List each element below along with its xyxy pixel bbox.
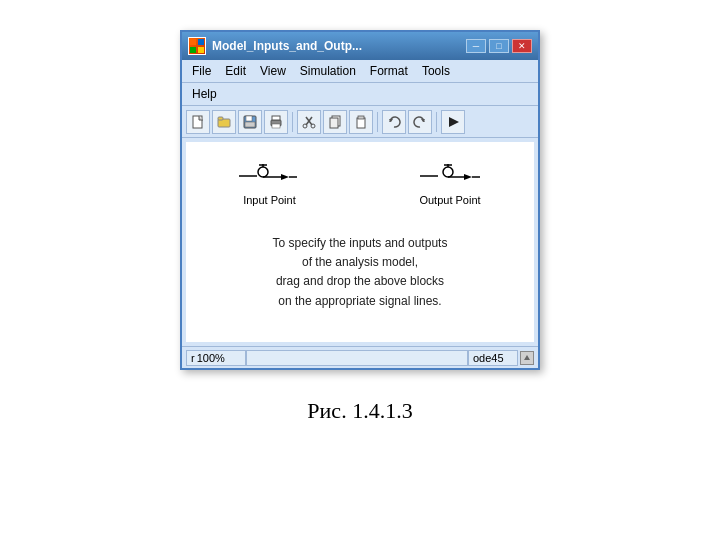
svg-marker-29 <box>281 174 289 180</box>
desc-line4: on the appropriate signal lines. <box>273 292 448 311</box>
status-zoom-prefix: r <box>191 352 195 364</box>
maximize-button[interactable]: □ <box>489 39 509 53</box>
separator-3 <box>436 112 437 132</box>
svg-rect-2 <box>190 47 196 53</box>
status-solver: ode45 <box>468 350 518 366</box>
status-scroll[interactable] <box>520 351 534 365</box>
menu-bar-row1: File Edit View Simulation Format Tools <box>182 60 538 83</box>
menu-edit[interactable]: Edit <box>219 62 252 80</box>
separator-1 <box>292 112 293 132</box>
window-icon <box>188 37 206 55</box>
toolbar-undo-button[interactable] <box>382 110 406 134</box>
menu-view[interactable]: View <box>254 62 292 80</box>
toolbar-run-button[interactable] <box>441 110 465 134</box>
canvas-description: To specify the inputs and outputs of the… <box>273 234 448 311</box>
page-wrapper: Model_Inputs_and_Outp... ─ □ ✕ File Edit… <box>180 0 540 424</box>
svg-rect-8 <box>246 116 252 121</box>
input-point-icon <box>239 162 299 190</box>
toolbar-new-button[interactable] <box>186 110 210 134</box>
toolbar-print-button[interactable] <box>264 110 288 134</box>
main-window: Model_Inputs_and_Outp... ─ □ ✕ File Edit… <box>180 30 540 370</box>
toolbar-cut-button[interactable] <box>297 110 321 134</box>
menu-bar-row2: Help <box>182 83 538 106</box>
toolbar-redo-button[interactable] <box>408 110 432 134</box>
status-zoom-value: 100% <box>197 352 225 364</box>
svg-point-15 <box>303 124 307 128</box>
svg-point-32 <box>443 167 453 177</box>
svg-marker-23 <box>449 117 459 127</box>
separator-2 <box>377 112 378 132</box>
svg-rect-9 <box>245 122 255 127</box>
toolbar-copy-button[interactable] <box>323 110 347 134</box>
window-title: Model_Inputs_and_Outp... <box>212 39 362 53</box>
svg-rect-11 <box>272 116 280 120</box>
output-point-label: Output Point <box>419 194 480 206</box>
status-zoom: r 100% <box>186 350 246 366</box>
blocks-row: Input Point <box>239 162 480 206</box>
output-point-block: Output Point <box>419 162 480 206</box>
close-button[interactable]: ✕ <box>512 39 532 53</box>
minimize-button[interactable]: ─ <box>466 39 486 53</box>
svg-marker-36 <box>464 174 472 180</box>
status-middle <box>246 350 468 366</box>
svg-marker-38 <box>524 355 530 360</box>
title-bar: Model_Inputs_and_Outp... ─ □ ✕ <box>182 32 538 60</box>
output-point-icon <box>420 162 480 190</box>
desc-line3: drag and drop the above blocks <box>273 272 448 291</box>
menu-file[interactable]: File <box>186 62 217 80</box>
figure-caption: Рис. 1.4.1.3 <box>307 398 412 424</box>
status-bar: r 100% ode45 <box>182 346 538 368</box>
svg-rect-19 <box>357 118 365 128</box>
toolbar-open-button[interactable] <box>212 110 236 134</box>
svg-point-16 <box>311 124 315 128</box>
svg-rect-0 <box>190 39 196 45</box>
desc-line2: of the analysis model, <box>273 253 448 272</box>
svg-rect-20 <box>358 116 364 119</box>
canvas-area: Input Point <box>186 142 534 342</box>
menu-format[interactable]: Format <box>364 62 414 80</box>
menu-tools[interactable]: Tools <box>416 62 456 80</box>
toolbar <box>182 106 538 138</box>
svg-rect-3 <box>198 47 204 53</box>
menu-simulation[interactable]: Simulation <box>294 62 362 80</box>
input-point-label: Input Point <box>243 194 296 206</box>
toolbar-paste-button[interactable] <box>349 110 373 134</box>
title-bar-left: Model_Inputs_and_Outp... <box>188 37 362 55</box>
svg-rect-6 <box>218 117 223 120</box>
menu-help[interactable]: Help <box>186 85 223 103</box>
svg-rect-1 <box>198 39 204 45</box>
svg-point-25 <box>258 167 268 177</box>
svg-rect-18 <box>330 118 338 128</box>
title-bar-buttons: ─ □ ✕ <box>466 39 532 53</box>
svg-rect-12 <box>272 124 280 128</box>
desc-line1: To specify the inputs and outputs <box>273 234 448 253</box>
input-point-block: Input Point <box>239 162 299 206</box>
toolbar-save-button[interactable] <box>238 110 262 134</box>
